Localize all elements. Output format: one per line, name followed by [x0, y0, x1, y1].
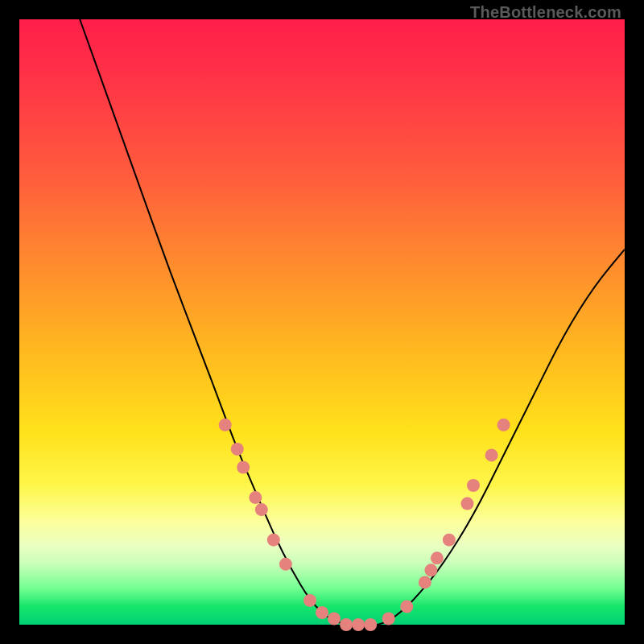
curve-marker	[231, 443, 244, 456]
curve-marker	[219, 419, 232, 431]
curve-marker	[255, 503, 268, 516]
curve-marker	[461, 497, 474, 510]
curve-marker	[431, 551, 444, 564]
marker-group	[219, 419, 510, 631]
curve-marker	[340, 618, 353, 631]
curve-marker	[467, 479, 480, 492]
curve-marker	[237, 461, 250, 474]
curve-marker	[328, 613, 341, 625]
curve-marker	[382, 613, 395, 625]
chart-frame	[19, 19, 625, 625]
curve-marker	[485, 448, 498, 461]
curve-marker	[267, 534, 280, 547]
bottleneck-curve	[80, 19, 625, 625]
curve-marker	[352, 618, 365, 631]
curve-marker	[249, 491, 262, 504]
curve-marker	[419, 576, 431, 588]
curve-marker	[400, 600, 413, 613]
curve-marker	[497, 419, 510, 431]
chart-svg	[19, 19, 625, 625]
curve-marker	[279, 558, 292, 571]
curve-marker	[316, 606, 328, 619]
curve-marker	[364, 618, 377, 631]
curve-marker	[303, 594, 316, 607]
curve-marker	[443, 534, 456, 547]
curve-marker	[424, 564, 437, 576]
